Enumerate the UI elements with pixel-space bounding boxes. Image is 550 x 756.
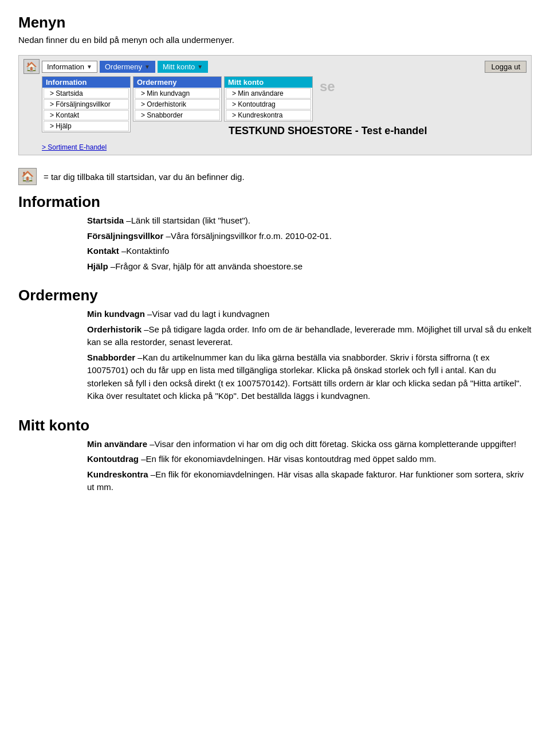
nav-section: 🏠 = tar dig tillbaka till startsidan, va… <box>18 168 532 185</box>
menu-tab-mitt-konto: Mitt konto ▼ <box>158 61 208 73</box>
info-hjalp: Hjälp –Frågor & Svar, hjälp för att anvä… <box>87 260 532 273</box>
menu-tab-mitt-konto-label: Mitt konto <box>163 62 195 71</box>
info-forsaljningsvillkor: Försäljningsvillkor –Våra försäljningsvi… <box>87 230 532 243</box>
mitt-konto-heading: Mitt konto <box>18 417 532 434</box>
info-startsida: Startsida –Länk till startsidan (likt "h… <box>87 214 532 228</box>
menu-logout-label: Logga ut <box>491 62 520 71</box>
information-dropdown: Information > Startsida > Försäljningsvi… <box>42 76 131 132</box>
menu-tab-ordermeny-label: Ordermeny <box>105 62 142 71</box>
konto-item-kundreskontra: > Kundreskontra <box>226 110 311 120</box>
mitt-konto-dropdown: Mitt konto > Min användare > Kontoutdrag… <box>224 76 313 122</box>
order-item-snabborder: > Snabborder <box>135 110 220 120</box>
order-min-kundvagn: Min kundvagn –Visar vad du lagt i kundva… <box>87 308 532 321</box>
info-item-startsida: > Startsida <box>44 88 129 99</box>
sortiment-item: > Sortiment E-handel <box>23 142 527 151</box>
information-section: Information Startsida –Länk till startsi… <box>18 193 532 273</box>
info-item-kontakt: > Kontakt <box>44 110 129 120</box>
mitt-konto-and-brand: Mitt konto > Min användare > Kontoutdrag… <box>224 76 527 122</box>
konto-kontoutdrag: Kontoutdrag –En flik för ekonomiavdelnin… <box>87 453 532 466</box>
page-title: Menyn <box>18 14 532 32</box>
konto-kundreskontra: Kundreskontra –En flik för ekonomiavdeln… <box>87 468 532 494</box>
menu-mockup: 🏠 Information ▼ Ordermeny ▼ Mitt konto ▼… <box>18 55 532 155</box>
info-kontakt: Kontakt –Kontaktinfo <box>87 245 532 258</box>
konto-item-min-anvandare: > Min användare <box>226 88 311 99</box>
order-item-orderhistorik: > Orderhistorik <box>135 99 220 109</box>
menu-logout-button: Logga ut <box>485 61 527 73</box>
ordermeny-dropdown: Ordermeny > Min kundvagn > Orderhistorik… <box>133 76 222 122</box>
menu-tab-ordermeny: Ordermeny ▼ <box>100 61 155 73</box>
ordermeny-section: Ordermeny Min kundvagn –Visar vad du lag… <box>18 287 532 403</box>
ordermeny-dropdown-header: Ordermeny <box>133 77 221 88</box>
order-snabborder: Snabborder –Kan du artikelnummer kan du … <box>87 351 532 403</box>
mitt-konto-content: Min användare –Visar den information vi … <box>18 438 532 494</box>
brand-area: TESTKUND SHOESTORE - Test e-handel <box>224 122 527 140</box>
nav-text: = tar dig tillbaka till startsidan, var … <box>44 172 245 182</box>
konto-min-anvandare: Min användare –Visar den information vi … <box>87 438 532 451</box>
konto-item-kontoutdrag: > Kontoutdrag <box>226 99 311 109</box>
menu-home-icon: 🏠 <box>23 59 40 74</box>
menu-tab-mitt-konto-arrow: ▼ <box>197 64 203 70</box>
information-dropdown-header: Information <box>42 77 130 88</box>
menu-tab-information-arrow: ▼ <box>87 64 92 70</box>
info-item-forsaljningsvillkor: > Försäljningsvillkor <box>44 99 129 109</box>
menu-top-bar: 🏠 Information ▼ Ordermeny ▼ Mitt konto ▼… <box>23 59 527 74</box>
info-item-hjalp: > Hjälp <box>44 121 129 131</box>
brand-text: TESTKUND SHOESTORE - Test e-handel <box>229 125 427 136</box>
mitt-konto-section: Mitt konto Min användare –Visar den info… <box>18 417 532 494</box>
ordermeny-heading: Ordermeny <box>18 287 532 304</box>
menu-dropdowns: Information > Startsida > Försäljningsvi… <box>23 76 527 140</box>
sortiment-label: > Sortiment E-handel <box>42 143 107 151</box>
right-area: Mitt konto > Min användare > Kontoutdrag… <box>224 76 527 140</box>
menu-tab-information-label: Information <box>47 62 84 71</box>
information-heading: Information <box>18 193 532 211</box>
order-orderhistorik: Orderhistorik –Se på tidigare lagda orde… <box>87 323 532 349</box>
menu-tab-ordermeny-arrow: ▼ <box>144 64 150 70</box>
page-subtitle: Nedan finner du en bild på menyn och all… <box>18 35 532 45</box>
menu-tab-information: Information ▼ <box>42 61 97 73</box>
mitt-konto-dropdown-header: Mitt konto <box>225 77 312 88</box>
order-item-min-kundvagn: > Min kundvagn <box>135 88 220 99</box>
ordermeny-content: Min kundvagn –Visar vad du lagt i kundva… <box>18 308 532 403</box>
information-content: Startsida –Länk till startsidan (likt "h… <box>18 214 532 273</box>
se-suffix: se <box>315 76 340 97</box>
home-icon-small: 🏠 <box>18 168 37 185</box>
